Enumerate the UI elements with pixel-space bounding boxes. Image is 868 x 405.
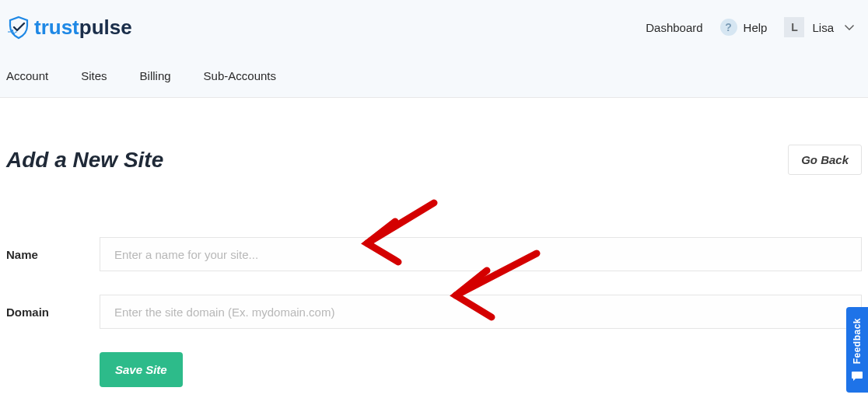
save-site-button[interactable]: Save Site (100, 352, 183, 387)
chevron-down-icon (845, 24, 854, 30)
help-label: Help (744, 21, 768, 34)
feedback-tab[interactable]: Feedback (846, 307, 868, 393)
top-bar: trustpulse Dashboard ? Help L Lisa (0, 0, 868, 54)
domain-label: Domain (6, 305, 100, 319)
page-header: Add a New Site Go Back (6, 145, 862, 175)
nav-billing[interactable]: Billing (140, 69, 171, 82)
main-content: Add a New Site Go Back Name Domain Save … (0, 145, 868, 387)
user-name-label: Lisa (812, 21, 834, 34)
secondary-nav: Account Sites Billing Sub-Accounts (0, 54, 868, 98)
brand-logo[interactable]: trustpulse (6, 15, 132, 40)
top-right-menu: Dashboard ? Help L Lisa (646, 17, 854, 37)
go-back-button[interactable]: Go Back (788, 145, 862, 175)
avatar: L (784, 17, 804, 37)
domain-input[interactable] (100, 295, 862, 329)
name-input[interactable] (100, 237, 862, 271)
feedback-label: Feedback (852, 318, 863, 364)
add-site-form: Name Domain Save Site (6, 237, 862, 387)
help-link[interactable]: ? Help (720, 19, 768, 36)
chat-icon (851, 371, 863, 382)
name-label: Name (6, 248, 100, 261)
page-title: Add a New Site (6, 148, 163, 173)
dashboard-link[interactable]: Dashboard (646, 21, 702, 34)
brand-name: trustpulse (34, 16, 132, 40)
user-menu[interactable]: L Lisa (784, 17, 854, 37)
shield-check-icon (6, 15, 31, 40)
nav-sub-accounts[interactable]: Sub-Accounts (204, 69, 276, 82)
help-icon: ? (720, 19, 737, 36)
nav-sites[interactable]: Sites (81, 69, 107, 82)
name-row: Name (6, 237, 862, 271)
domain-row: Domain (6, 295, 862, 329)
nav-account[interactable]: Account (6, 69, 48, 82)
